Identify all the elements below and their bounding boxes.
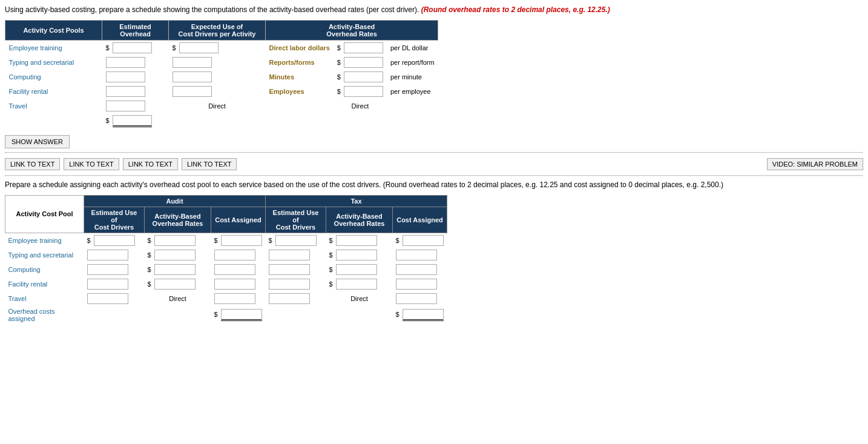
input-drivers-computing[interactable] — [173, 71, 212, 82]
input-t2-tax-rate-facility[interactable] — [336, 279, 377, 290]
driver-label-employee-training: Direct labor dollars — [266, 40, 334, 55]
t2-label-travel: Travel — [5, 291, 84, 306]
input-t2-audit-rate-computing[interactable] — [154, 264, 196, 275]
t2-tax-cost-typing — [393, 248, 447, 262]
table1-container: Activity Cost Pools EstimatedOverhead Ex… — [5, 20, 863, 129]
link-to-text-button-2[interactable]: LINK TO TEXT — [64, 158, 119, 170]
input-total-overhead[interactable] — [113, 115, 152, 127]
input-t2-audit-est-travel[interactable] — [87, 293, 128, 304]
video-similar-problem-button[interactable]: VIDEO: SIMILAR PROBLEM — [767, 158, 863, 170]
unit-facility: per employee — [387, 84, 438, 99]
input-t2-tax-cost-employee-training[interactable] — [403, 235, 444, 246]
row-overhead-typing — [102, 55, 169, 70]
t2-audit-rate-facility: $ — [145, 277, 211, 291]
table2-row-typing: Typing and secretarial $ $ — [5, 248, 447, 262]
table2-row-employee-training: Employee training $ $ $ $ — [5, 233, 447, 248]
input-t2-tax-cost-computing[interactable] — [396, 264, 437, 275]
input-t2-tax-est-computing[interactable] — [269, 264, 310, 275]
col2-header-cost-assigned-audit: Cost Assigned — [211, 207, 266, 233]
input-t2-audit-total[interactable] — [221, 309, 262, 321]
row-rate-typing: $ — [334, 55, 387, 70]
t2-tax-cost-computing — [393, 262, 447, 277]
input-t2-audit-cost-facility[interactable] — [214, 279, 255, 290]
input-overhead-travel[interactable] — [106, 101, 145, 111]
input-rate-facility[interactable] — [344, 86, 383, 97]
t2-audit-est-employee-training: $ — [84, 233, 145, 248]
row-drivers-travel: Direct — [169, 99, 266, 113]
input-t2-tax-est-typing[interactable] — [269, 250, 310, 260]
col2-header-ab-rates-audit: Activity-BasedOverhead Rates — [145, 207, 211, 233]
t2-tax-est-computing — [266, 262, 326, 277]
input-drivers-employee-training[interactable] — [179, 42, 219, 53]
col2-header-est-use-tax: Estimated Use ofCost Drivers — [266, 207, 326, 233]
link-to-text-button-3[interactable]: LINK TO TEXT — [123, 158, 178, 170]
input-drivers-typing[interactable] — [173, 57, 212, 68]
t2-tax-rate-facility: $ — [326, 277, 393, 291]
table2-row-facility: Facility rental $ $ — [5, 277, 447, 291]
input-drivers-facility[interactable] — [173, 86, 212, 97]
t2-tax-rate-employee-training: $ — [326, 233, 393, 248]
input-t2-audit-rate-typing[interactable] — [154, 250, 196, 260]
table1: Activity Cost Pools EstimatedOverhead Ex… — [5, 20, 438, 129]
input-t2-tax-rate-typing[interactable] — [336, 250, 377, 260]
input-t2-tax-est-employee-training[interactable] — [275, 235, 317, 246]
row-drivers-employee-training: $ — [169, 40, 266, 55]
t2-label-typing: Typing and secretarial — [5, 248, 84, 262]
input-rate-typing[interactable] — [344, 57, 383, 68]
table2-container: Activity Cost Pool Audit Tax Estimated U… — [5, 195, 863, 324]
input-overhead-typing[interactable] — [106, 57, 145, 68]
col-header-estimated-overhead: EstimatedOverhead — [102, 20, 169, 40]
link-to-text-button-4[interactable]: LINK TO TEXT — [182, 158, 237, 170]
input-overhead-computing[interactable] — [106, 71, 145, 82]
input-t2-audit-cost-travel[interactable] — [214, 293, 255, 304]
show-answer-row: SHOW ANSWER — [5, 135, 863, 148]
t2-audit-cost-typing — [211, 248, 266, 262]
input-t2-audit-est-facility[interactable] — [87, 279, 128, 290]
unit-typing: per report/form — [387, 55, 438, 70]
input-t2-audit-est-typing[interactable] — [87, 250, 128, 260]
link-to-text-button-1[interactable]: LINK TO TEXT — [5, 158, 60, 170]
show-answer-button[interactable]: SHOW ANSWER — [5, 135, 70, 148]
divider-1 — [5, 152, 863, 153]
driver-label-computing: Minutes — [266, 70, 334, 84]
t2-tax-rate-travel: Direct — [326, 291, 393, 306]
input-t2-audit-cost-computing[interactable] — [214, 264, 255, 275]
row-overhead-employee-training: $ — [102, 40, 169, 55]
input-t2-tax-est-facility[interactable] — [269, 279, 310, 290]
input-t2-audit-rate-employee-training[interactable] — [154, 235, 196, 246]
input-t2-audit-est-employee-training[interactable] — [94, 235, 135, 246]
table2-row-computing: Computing $ $ — [5, 262, 447, 277]
input-t2-tax-est-travel[interactable] — [269, 293, 310, 304]
t2-audit-cost-employee-training: $ — [211, 233, 266, 248]
total-label — [5, 113, 102, 129]
input-t2-tax-rate-computing[interactable] — [336, 264, 377, 275]
unit-travel — [387, 99, 438, 113]
input-t2-tax-cost-travel[interactable] — [396, 293, 437, 304]
t2-audit-est-typing — [84, 248, 145, 262]
t2-label-overhead-assigned: Overhead costs assigned — [5, 306, 84, 324]
input-t2-tax-cost-typing[interactable] — [396, 250, 437, 260]
input-rate-employee-training[interactable] — [344, 42, 383, 53]
input-overhead-employee-training[interactable] — [113, 42, 152, 53]
t2-audit-cost-travel — [211, 291, 266, 306]
input-t2-audit-est-computing[interactable] — [87, 264, 128, 275]
t2-tax-total: $ — [393, 306, 447, 324]
input-t2-audit-rate-facility[interactable] — [154, 279, 196, 290]
input-t2-audit-cost-employee-training[interactable] — [221, 235, 262, 246]
input-t2-audit-cost-typing[interactable] — [214, 250, 255, 260]
unit-computing: per minute — [387, 70, 438, 84]
input-t2-tax-cost-facility[interactable] — [396, 279, 437, 290]
t2-total-spacer-4 — [326, 306, 393, 324]
t2-tax-cost-employee-training: $ — [393, 233, 447, 248]
t2-total-spacer-2 — [145, 306, 211, 324]
input-rate-computing[interactable] — [344, 71, 383, 82]
row-overhead-travel — [102, 99, 169, 113]
t2-label-facility: Facility rental — [5, 277, 84, 291]
input-t2-tax-rate-employee-training[interactable] — [336, 235, 377, 246]
input-t2-tax-total[interactable] — [403, 309, 444, 321]
table2-row-travel: Travel Direct Direct — [5, 291, 447, 306]
t2-tax-cost-travel — [393, 291, 447, 306]
section-header-audit: Audit — [84, 195, 266, 207]
row-rate-employee-training: $ — [334, 40, 387, 55]
input-overhead-facility[interactable] — [106, 86, 145, 97]
